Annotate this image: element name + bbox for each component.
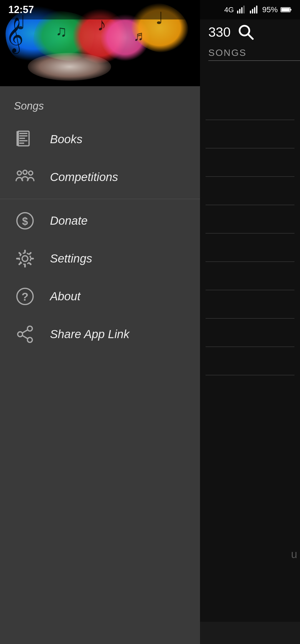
svg-point-25: [22, 256, 28, 261]
content-line-8: [206, 318, 294, 319]
about-label: About: [50, 290, 81, 303]
share-label: Share App Link: [50, 328, 129, 341]
partial-text: u: [291, 548, 297, 561]
svg-point-29: [28, 326, 32, 331]
content-line-7: [206, 290, 294, 290]
svg-rect-10: [281, 8, 290, 11]
svg-rect-16: [19, 138, 25, 139]
svg-point-21: [23, 170, 27, 174]
search-icon: [238, 24, 254, 40]
settings-icon: [14, 247, 36, 270]
competitions-icon: [14, 166, 36, 188]
about-icon: ?: [14, 285, 36, 308]
search-button[interactable]: [236, 22, 256, 42]
drawer-item-books[interactable]: Books: [0, 120, 200, 158]
about-svg: ?: [15, 287, 35, 306]
songs-underline: [208, 60, 300, 61]
donate-icon: $: [14, 210, 36, 232]
svg-point-22: [29, 171, 33, 175]
songs-label: SONGS: [208, 47, 247, 58]
content-line-3: [206, 176, 294, 177]
svg-text:$: $: [22, 216, 28, 227]
svg-rect-7: [256, 6, 258, 14]
music-note-4: ♬: [133, 28, 144, 44]
music-note-2: ♫: [56, 22, 67, 40]
signal-icon: [237, 5, 247, 15]
donate-svg: $: [15, 211, 35, 231]
svg-rect-9: [290, 9, 291, 11]
content-line-1: [206, 120, 294, 120]
share-icon: [14, 323, 36, 345]
svg-rect-18: [19, 143, 24, 144]
svg-line-12: [248, 34, 253, 39]
svg-rect-2: [241, 7, 242, 14]
svg-text:?: ?: [22, 290, 29, 303]
book-svg: [15, 130, 35, 149]
content-line-4: [206, 205, 294, 205]
content-line-10: [206, 375, 294, 375]
status-icons: 4G 95%: [224, 5, 292, 15]
svg-line-33: [22, 330, 28, 333]
drawer-item-settings[interactable]: Settings: [0, 240, 200, 278]
competitions-label: Competitions: [50, 170, 118, 184]
main-content: u: [200, 86, 300, 644]
svg-point-31: [28, 338, 32, 343]
drawer-item-competitions[interactable]: Competitions: [0, 158, 200, 196]
svg-rect-4: [250, 11, 251, 14]
svg-rect-0: [237, 11, 238, 14]
battery-text: 95%: [262, 5, 278, 14]
settings-label: Settings: [50, 252, 92, 265]
svg-rect-17: [19, 140, 28, 141]
content-lines: [200, 86, 300, 375]
songs-count: 330: [208, 24, 231, 40]
svg-rect-5: [252, 9, 253, 14]
svg-rect-15: [19, 135, 28, 136]
svg-rect-14: [19, 133, 28, 134]
svg-point-26: [19, 253, 31, 264]
donate-label: Donate: [50, 214, 88, 227]
content-line-2: [206, 148, 294, 148]
svg-line-32: [22, 335, 28, 339]
share-svg: [15, 325, 35, 344]
drawer-divider: [0, 199, 200, 199]
drawer-item-about[interactable]: ? About: [0, 278, 200, 315]
network-icon: 4G: [224, 6, 234, 14]
books-label: Books: [50, 133, 82, 146]
drawer-section-title: Songs: [0, 95, 200, 120]
competitions-svg: [15, 167, 35, 187]
book-icon: [14, 128, 36, 150]
settings-svg: [15, 249, 35, 268]
svg-rect-6: [254, 7, 255, 14]
svg-point-30: [18, 332, 23, 337]
battery-icon: [281, 6, 292, 13]
drawer-item-donate[interactable]: $ Donate: [0, 202, 200, 240]
svg-rect-1: [239, 9, 241, 14]
svg-rect-3: [243, 6, 245, 14]
content-line-9: [206, 346, 294, 347]
signal2-icon: [249, 5, 259, 15]
svg-point-20: [17, 171, 21, 175]
drawer: Songs Books: [0, 86, 200, 644]
status-bar: 12:57 4G 95%: [0, 0, 300, 19]
content-line-6: [206, 261, 294, 262]
status-time: 12:57: [8, 4, 34, 16]
content-line-5: [206, 233, 294, 234]
drawer-item-share[interactable]: Share App Link: [0, 315, 200, 353]
